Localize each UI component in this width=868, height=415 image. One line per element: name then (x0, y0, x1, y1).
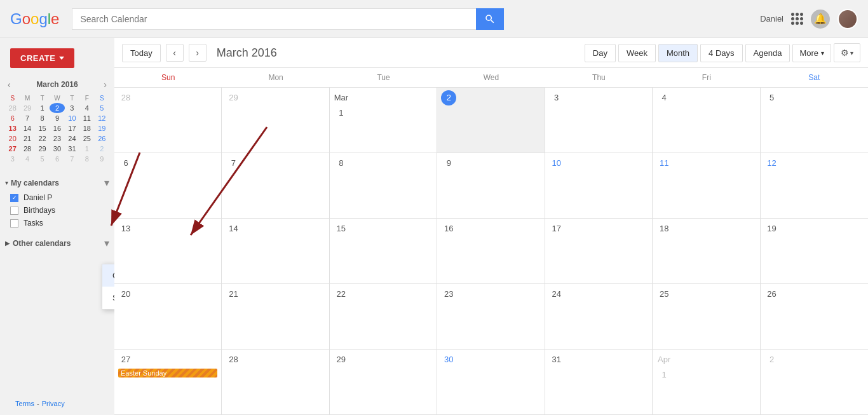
cal-cell[interactable]: 7 (222, 153, 329, 218)
cal-cell[interactable]: Mar 1 (330, 88, 437, 153)
mini-cal-day[interactable]: 4 (20, 154, 34, 164)
week-button[interactable]: Week (618, 44, 656, 62)
cal-cell[interactable]: 21 (222, 284, 329, 349)
cal-cell[interactable]: 18 (653, 219, 760, 283)
cal-cell[interactable]: 14 (222, 219, 329, 283)
mini-cal-day[interactable]: 29 (20, 103, 34, 113)
mini-cal-day[interactable]: 30 (50, 144, 64, 154)
mini-cal-day[interactable]: 28 (20, 144, 34, 154)
mini-cal-day[interactable]: 28 (5, 103, 20, 113)
calendar-checkbox-birthdays[interactable] (10, 207, 18, 215)
mini-cal-day[interactable]: 9 (50, 113, 64, 123)
mini-cal-day[interactable]: 1 (79, 144, 94, 154)
mini-cal-day[interactable]: 31 (65, 144, 79, 154)
mini-cal-day[interactable]: 19 (95, 123, 109, 133)
mini-cal-day[interactable]: 1 (35, 103, 50, 113)
other-calendars-header[interactable]: ▶ Other calendars ▾ (0, 235, 114, 252)
mini-cal-day[interactable]: 3 (5, 154, 20, 164)
cal-cell[interactable]: 20 (114, 284, 222, 349)
cal-cell-easter[interactable]: 27 Easter Sunday (114, 350, 222, 414)
cal-cell[interactable]: 4 (653, 88, 760, 153)
search-button[interactable] (476, 8, 504, 30)
cal-cell[interactable]: 19 (761, 219, 868, 283)
cal-cell[interactable]: 26 (761, 284, 868, 349)
mini-cal-day[interactable]: 5 (35, 154, 50, 164)
cal-cell-today[interactable]: 2 (437, 88, 545, 153)
mini-cal-day[interactable]: 8 (35, 113, 50, 123)
prev-button[interactable]: ‹ (166, 44, 184, 62)
context-menu-create-calendar[interactable]: Create new calendar (102, 264, 114, 287)
terms-link[interactable]: Terms (15, 400, 34, 407)
cal-cell[interactable]: Apr 1 (653, 350, 760, 414)
calendar-item-birthdays[interactable]: Birthdays (0, 204, 114, 217)
cal-cell[interactable]: 3 (545, 88, 653, 153)
cal-cell[interactable]: 29 (222, 88, 329, 153)
apps-icon[interactable] (791, 13, 803, 25)
my-calendars-dropdown-icon[interactable]: ▾ (104, 177, 109, 189)
privacy-link[interactable]: Privacy (42, 400, 65, 407)
four-days-button[interactable]: 4 Days (700, 44, 742, 62)
cal-cell[interactable]: 5 (761, 88, 868, 153)
calendar-item-tasks[interactable]: Tasks (0, 217, 114, 229)
mini-cal-day[interactable]: 11 (79, 113, 94, 123)
mini-cal-day[interactable]: 10 (65, 113, 79, 123)
mini-cal-day[interactable]: 14 (20, 123, 34, 133)
avatar[interactable] (837, 9, 858, 29)
cal-cell[interactable]: 10 (545, 153, 653, 218)
mini-cal-day[interactable]: 22 (35, 133, 50, 144)
settings-button[interactable]: ⚙▾ (834, 43, 860, 62)
calendar-checkbox-tasks[interactable] (10, 219, 18, 228)
mini-cal-day[interactable]: 21 (20, 133, 34, 144)
mini-cal-day[interactable]: 5 (95, 103, 109, 113)
mini-cal-next[interactable]: › (101, 78, 109, 91)
context-menu-settings[interactable]: Settings (102, 287, 114, 309)
mini-cal-day[interactable]: 12 (95, 113, 109, 123)
cal-cell[interactable]: 22 (330, 284, 437, 349)
cal-cell[interactable]: 30 (437, 350, 545, 414)
create-button[interactable]: CREATE (10, 48, 74, 68)
mini-cal-day[interactable]: 17 (65, 123, 79, 133)
mini-cal-day[interactable]: 9 (95, 154, 109, 164)
cal-cell[interactable]: 31 (545, 350, 653, 414)
mini-cal-day[interactable]: 6 (50, 154, 64, 164)
day-button[interactable]: Day (585, 44, 616, 62)
cal-cell[interactable]: 11 (653, 153, 760, 218)
cal-cell[interactable]: 23 (437, 284, 545, 349)
cal-cell[interactable]: 13 (114, 219, 222, 283)
cal-cell[interactable]: 6 (114, 153, 222, 218)
calendar-item-daniel[interactable]: ✓ Daniel P (0, 191, 114, 204)
cal-cell[interactable]: 2 (761, 350, 868, 414)
agenda-button[interactable]: Agenda (745, 44, 790, 62)
next-button[interactable]: › (189, 44, 207, 62)
mini-cal-day[interactable]: 23 (50, 133, 64, 144)
mini-cal-day[interactable]: 2 (95, 144, 109, 154)
mini-cal-day[interactable]: 7 (65, 154, 79, 164)
cal-cell[interactable]: 25 (653, 284, 760, 349)
search-input[interactable] (72, 8, 476, 30)
cal-cell[interactable]: 28 (114, 88, 222, 153)
cal-cell[interactable]: 8 (330, 153, 437, 218)
mini-cal-day[interactable]: 7 (20, 113, 34, 123)
mini-cal-day[interactable]: 13 (5, 123, 20, 133)
easter-sunday-event[interactable]: Easter Sunday (118, 369, 217, 378)
mini-cal-title[interactable]: March 2016 (36, 80, 78, 89)
mini-cal-day[interactable]: 18 (79, 123, 94, 133)
mini-cal-day[interactable]: 3 (65, 103, 79, 113)
cal-cell[interactable]: 28 (222, 350, 329, 414)
cal-cell[interactable]: 16 (437, 219, 545, 283)
notifications-icon[interactable]: 🔔 (811, 10, 830, 29)
mini-cal-day[interactable]: 8 (79, 154, 94, 164)
calendar-checkbox-daniel[interactable]: ✓ (10, 194, 18, 202)
cal-cell[interactable]: 17 (545, 219, 653, 283)
mini-cal-day[interactable]: 16 (50, 123, 64, 133)
cal-cell[interactable]: 15 (330, 219, 437, 283)
more-button[interactable]: More ▾ (792, 44, 831, 62)
other-calendars-dropdown-icon[interactable]: ▾ (104, 237, 109, 249)
mini-cal-day[interactable]: 6 (5, 113, 20, 123)
mini-cal-day[interactable]: 25 (79, 133, 94, 144)
cal-cell[interactable]: 9 (437, 153, 545, 218)
month-button[interactable]: Month (658, 44, 698, 62)
mini-cal-day[interactable]: 4 (79, 103, 94, 113)
mini-cal-day[interactable]: 26 (95, 133, 109, 144)
mini-cal-prev[interactable]: ‹ (5, 78, 13, 91)
